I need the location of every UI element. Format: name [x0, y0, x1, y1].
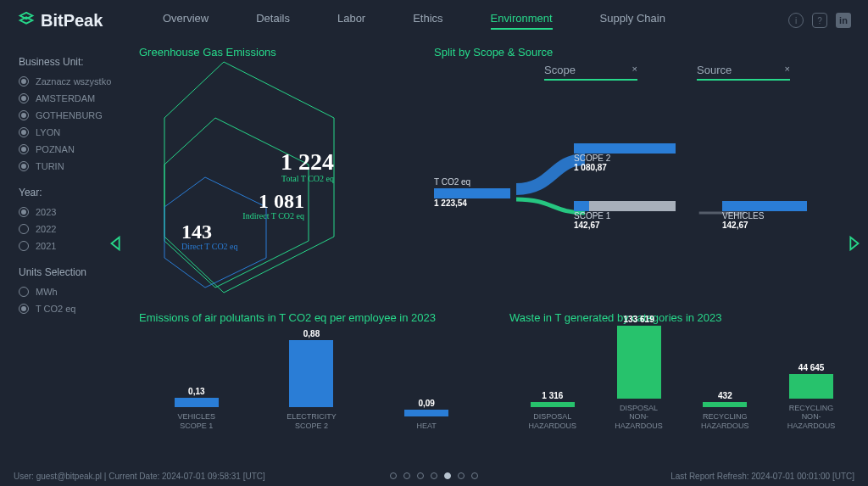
bu-item-lyon[interactable]: LYON: [19, 127, 119, 137]
business-unit-list: Zaznacz wszystko AMSTERDAM GOTHENBURG LY…: [19, 76, 119, 171]
tab-supply-chain[interactable]: Supply Chain: [600, 12, 665, 30]
sankey-scope1: SCOPE 1 142,67: [574, 199, 676, 230]
bar: [703, 402, 747, 407]
bu-item-select-all[interactable]: Zaznacz wszystko: [19, 76, 119, 87]
svg-marker-6: [850, 237, 858, 249]
bar-value: 133 619: [624, 315, 654, 324]
header: BitPeak Overview Details Labor Ethics En…: [0, 0, 868, 41]
bar-value: 0,09: [418, 399, 434, 408]
emissions-chart: Emissions of air polutants in T CO2 eq p…: [139, 311, 484, 431]
arrow-right-icon: [844, 234, 863, 253]
bar-category: RECYCLINGHAZARDOUS: [701, 412, 749, 431]
help-icon[interactable]: ?: [812, 13, 827, 28]
page-dot[interactable]: [458, 472, 465, 479]
ghg-hex-chart: 1 224 Total T CO2 eq 1 081 Indirect T CO…: [139, 59, 402, 296]
year-item-2023[interactable]: 2023: [19, 207, 119, 217]
tab-environment[interactable]: Environment: [491, 12, 553, 30]
page-dot[interactable]: [417, 472, 424, 479]
ghg-total-val: 1 224: [281, 150, 334, 174]
bu-item-amsterdam[interactable]: AMSTERDAM: [19, 93, 119, 103]
sankey-chart: T CO2 eq 1 223,54 SCOPE 2 1 080,87 SCOPE…: [434, 121, 854, 249]
sankey-vehicles: VEHICLES 142,67: [722, 199, 807, 230]
linkedin-icon[interactable]: in: [836, 13, 851, 28]
year-head: Year:: [19, 187, 119, 198]
bar-value: 0,88: [303, 329, 320, 338]
business-unit-head: Business Unit:: [19, 56, 119, 68]
svg-marker-5: [112, 237, 120, 249]
page-dot[interactable]: [431, 472, 437, 479]
nav-tabs: Overview Details Labor Ethics Environmen…: [163, 12, 665, 30]
bu-item-turin[interactable]: TURIN: [19, 161, 119, 171]
bar: [404, 410, 448, 416]
bar-item: 1 316DISPOSALHAZARDOUS: [523, 391, 582, 431]
ghg-title: Greenhouse Gas Emissions: [139, 46, 419, 59]
split-filters: Scope× Source×: [544, 64, 854, 81]
bar: [175, 398, 219, 408]
arrow-left-icon: [107, 234, 125, 253]
bar-item: 44 645RECYCLINGNON-HAZARDOUS: [782, 363, 841, 431]
tab-ethics[interactable]: Ethics: [413, 12, 442, 30]
split-scope-link[interactable]: Scope×: [544, 64, 637, 81]
bar-value: 0,13: [188, 387, 204, 396]
year-item-2021[interactable]: 2021: [19, 241, 119, 251]
bar-item: 0,13VEHICLESSCOPE 1: [167, 387, 226, 431]
emissions-chart-title: Emissions of air polutants in T CO2 eq p…: [139, 311, 484, 324]
units-item-tco2[interactable]: T CO2 eq: [19, 304, 119, 314]
bar-value: 1 316: [542, 391, 563, 400]
units-list: MWh T CO2 eq: [19, 287, 119, 314]
radio-icon: [19, 93, 29, 103]
footer-left: User: guest@bitpeak.pl | Current Date: 2…: [14, 472, 265, 481]
page-dots: [390, 472, 478, 479]
main: Greenhouse Gas Emissions 1 224 Total T C…: [125, 41, 868, 456]
emissions-bars: 0,13VEHICLESSCOPE 10,88ELECTRICITYSCOPE …: [139, 329, 484, 431]
info-icon[interactable]: i: [788, 13, 804, 28]
radio-icon: [19, 287, 29, 297]
split-title: Split by Scope & Source: [434, 46, 854, 59]
bar-category: RECYCLINGNON-HAZARDOUS: [782, 404, 841, 431]
bar-value: 44 645: [798, 363, 825, 372]
close-icon[interactable]: ×: [632, 64, 637, 76]
year-item-2022[interactable]: 2022: [19, 224, 119, 234]
brand-text: BitPeak: [41, 11, 103, 31]
ghg-direct-lbl: Direct T CO2 eq: [181, 242, 238, 251]
close-icon[interactable]: ×: [785, 64, 790, 76]
tab-overview[interactable]: Overview: [163, 12, 209, 30]
page-dot[interactable]: [444, 472, 451, 479]
units-item-mwh[interactable]: MWh: [19, 287, 119, 297]
sankey-scope2: SCOPE 2 1 080,87: [574, 142, 676, 172]
logo-icon: [17, 11, 36, 30]
bar-category: DISPOSALNON-HAZARDOUS: [609, 404, 669, 431]
bar-item: 432RECYCLINGHAZARDOUS: [695, 391, 754, 431]
waste-chart: Waste in T generated by categories in 20…: [509, 311, 854, 431]
next-page-button[interactable]: [844, 234, 863, 253]
bar-value: 432: [718, 391, 732, 400]
bar: [531, 402, 575, 407]
logo: BitPeak: [17, 11, 136, 31]
ghg-indirect-lbl: Indirect T CO2 eq: [242, 211, 304, 221]
bu-item-gothenburg[interactable]: GOTHENBURG: [19, 110, 119, 120]
footer-right: Last Report Refresh: 2024-07-01 00:01:00…: [670, 472, 854, 481]
bar-item: 133 619DISPOSALNON-HAZARDOUS: [609, 315, 669, 431]
bar-category: VEHICLESSCOPE 1: [178, 412, 216, 431]
radio-icon: [19, 144, 29, 154]
body: Business Unit: Zaznacz wszystko AMSTERDA…: [0, 41, 868, 456]
tab-details[interactable]: Details: [256, 12, 290, 30]
radio-icon: [19, 224, 29, 234]
page-dot[interactable]: [471, 472, 478, 479]
bu-item-poznan[interactable]: POZNAN: [19, 144, 119, 154]
header-icons: i ? in: [788, 13, 851, 28]
page-dot[interactable]: [390, 472, 397, 479]
radio-icon: [19, 207, 29, 217]
split-source-link[interactable]: Source×: [697, 64, 790, 81]
ghg-indirect-val: 1 081: [242, 191, 304, 211]
sankey-root: T CO2 eq 1 223,54: [434, 177, 510, 208]
prev-page-button[interactable]: [107, 234, 125, 253]
page-dot[interactable]: [403, 472, 410, 479]
radio-icon: [19, 76, 29, 87]
ghg-total-lbl: Total T CO2 eq: [281, 174, 334, 183]
waste-chart-title: Waste in T generated by categories in 20…: [509, 311, 854, 324]
tab-labor[interactable]: Labor: [337, 12, 365, 30]
bar-category: DISPOSALHAZARDOUS: [529, 412, 577, 431]
radio-icon: [19, 241, 29, 251]
waste-bars: 1 316DISPOSALHAZARDOUS133 619DISPOSALNON…: [509, 329, 854, 431]
